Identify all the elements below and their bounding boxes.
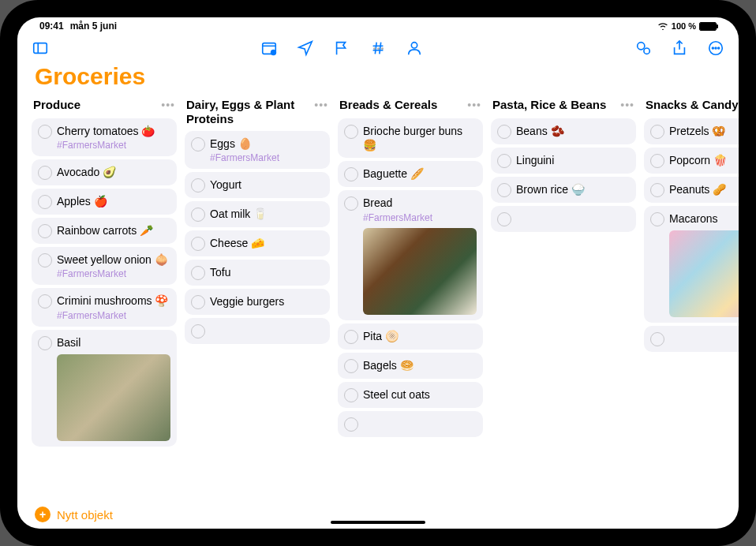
item-checkbox[interactable]: [497, 212, 511, 226]
item-tag[interactable]: #FarmersMarket: [57, 310, 170, 321]
list-item[interactable]: Pita 🫓: [338, 323, 483, 350]
column-more-icon[interactable]: •••: [314, 98, 328, 110]
item-checkbox[interactable]: [38, 125, 52, 139]
list-item[interactable]: Cherry tomatoes 🍅#FarmersMarket: [32, 118, 177, 156]
item-checkbox[interactable]: [650, 183, 664, 197]
item-checkbox[interactable]: [344, 388, 358, 402]
item-checkbox[interactable]: [497, 154, 511, 168]
item-checkbox[interactable]: [344, 196, 358, 211]
empty-item[interactable]: [644, 326, 739, 352]
item-checkbox[interactable]: [191, 237, 205, 251]
list-item[interactable]: Macarons: [644, 206, 739, 323]
item-body: Linguini: [516, 153, 630, 167]
item-image[interactable]: [363, 228, 477, 315]
list-item[interactable]: Eggs 🥚#FarmersMarket: [185, 131, 330, 169]
item-text: Oat milk 🥛: [210, 207, 324, 221]
item-checkbox[interactable]: [650, 125, 664, 139]
column-more-icon[interactable]: •••: [161, 98, 175, 110]
list-item[interactable]: Brown rice 🍚: [491, 177, 636, 203]
more-icon[interactable]: [707, 39, 724, 57]
item-body: Beans 🫘: [516, 124, 630, 138]
list-item[interactable]: Avocado 🥑: [32, 159, 177, 185]
item-checkbox[interactable]: [191, 324, 205, 338]
item-checkbox[interactable]: [650, 154, 664, 168]
list-item[interactable]: Bread#FarmersMarket: [338, 190, 483, 320]
item-checkbox[interactable]: [191, 295, 205, 309]
columns-board[interactable]: Produce•••Cherry tomatoes 🍅#FarmersMarke…: [17, 98, 739, 499]
item-body: Sweet yellow onion 🧅#FarmersMarket: [57, 252, 170, 279]
item-checkbox[interactable]: [191, 266, 205, 280]
list-item[interactable]: Baguette 🥖: [338, 161, 483, 187]
list-item[interactable]: Veggie burgers: [185, 289, 330, 315]
item-body: Pita 🫓: [363, 329, 477, 343]
item-checkbox[interactable]: [38, 294, 52, 309]
item-tag[interactable]: #FarmersMarket: [57, 268, 170, 279]
column: Pasta, Rice & Beans•••Beans 🫘LinguiniBro…: [491, 98, 636, 499]
empty-item[interactable]: [338, 411, 483, 437]
person-icon[interactable]: [406, 39, 423, 57]
item-checkbox[interactable]: [497, 125, 511, 139]
item-checkbox[interactable]: [497, 183, 511, 197]
svg-rect-0: [34, 43, 47, 54]
list-item[interactable]: Bagels 🥯: [338, 353, 483, 379]
list-item[interactable]: Basil: [32, 330, 177, 447]
column-more-icon[interactable]: •••: [620, 98, 634, 110]
column-title: Produce: [33, 98, 80, 112]
column-header: Snacks & Candy•••: [644, 98, 739, 114]
item-tag[interactable]: #FarmersMarket: [57, 140, 170, 151]
list-item[interactable]: Tofu: [185, 260, 330, 286]
item-tag[interactable]: #FarmersMarket: [363, 212, 477, 223]
list-item[interactable]: Sweet yellow onion 🧅#FarmersMarket: [32, 247, 177, 285]
list-item[interactable]: Rainbow carrots 🥕: [32, 218, 177, 244]
item-checkbox[interactable]: [191, 137, 205, 151]
item-checkbox[interactable]: [38, 195, 52, 209]
list-item[interactable]: Popcorn 🍿: [644, 148, 739, 174]
list-item[interactable]: Pretzels 🥨: [644, 118, 739, 144]
empty-item[interactable]: [491, 206, 636, 232]
location-icon[interactable]: [297, 39, 314, 57]
item-body: Cheese 🧀: [210, 236, 324, 250]
item-text: Rainbow carrots 🥕: [57, 223, 170, 237]
item-checkbox[interactable]: [344, 359, 358, 373]
list-item[interactable]: Cheese 🧀: [185, 230, 330, 256]
collaborate-icon[interactable]: [634, 39, 652, 57]
list-item[interactable]: Beans 🫘: [491, 118, 636, 144]
list-item[interactable]: Oat milk 🥛: [185, 201, 330, 227]
calendar-icon[interactable]: +: [260, 39, 278, 57]
item-checkbox[interactable]: [650, 212, 664, 226]
empty-item[interactable]: [185, 318, 330, 344]
item-checkbox[interactable]: [38, 336, 52, 350]
add-item-icon[interactable]: +: [35, 507, 51, 522]
item-checkbox[interactable]: [38, 166, 52, 180]
item-checkbox[interactable]: [344, 125, 358, 139]
sidebar-toggle-icon[interactable]: [32, 39, 49, 57]
item-checkbox[interactable]: [344, 330, 358, 344]
column-more-icon[interactable]: •••: [467, 98, 481, 110]
item-checkbox[interactable]: [191, 178, 205, 193]
new-item-button[interactable]: Nytt objekt: [57, 508, 113, 522]
list-item[interactable]: Yogurt: [185, 172, 330, 198]
item-checkbox[interactable]: [38, 224, 52, 238]
item-image[interactable]: [57, 354, 170, 441]
item-checkbox[interactable]: [650, 332, 664, 346]
flag-icon[interactable]: [333, 39, 350, 57]
item-image[interactable]: [669, 230, 739, 317]
item-checkbox[interactable]: [344, 167, 358, 181]
window-grab-handle[interactable]: [364, 47, 392, 50]
list-item[interactable]: Apples 🍎: [32, 189, 177, 215]
item-checkbox[interactable]: [38, 253, 52, 267]
item-checkbox[interactable]: [191, 208, 205, 222]
list-item[interactable]: Brioche burger buns 🍔: [338, 118, 483, 158]
item-text: Baguette 🥖: [363, 166, 477, 181]
item-tag[interactable]: #FarmersMarket: [210, 152, 324, 163]
list-item[interactable]: Steel cut oats: [338, 382, 483, 408]
list-item[interactable]: Linguini: [491, 148, 636, 174]
home-indicator[interactable]: [331, 521, 425, 524]
wifi-icon: [657, 22, 668, 30]
list-item[interactable]: Peanuts 🥜: [644, 177, 739, 203]
list-item[interactable]: Crimini mushrooms 🍄#FarmersMarket: [32, 288, 177, 326]
item-body: Apples 🍎: [57, 194, 170, 208]
share-icon[interactable]: [671, 39, 688, 57]
item-checkbox[interactable]: [344, 417, 358, 432]
column-header: Breads & Cereals•••: [338, 98, 483, 114]
